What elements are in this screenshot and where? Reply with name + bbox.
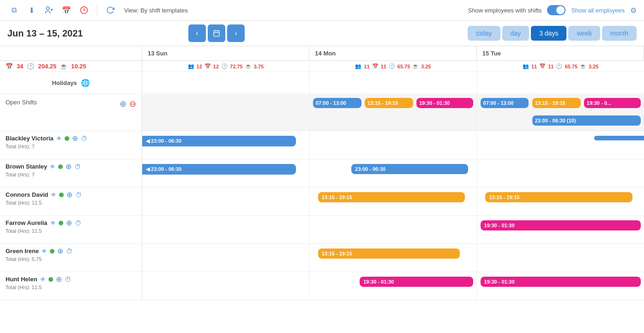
- day-stats-cells: 👥 12 📅 12 🕐 72.75 ☕ 3.75 👥 11 📅 11 🕐 65.…: [142, 61, 644, 72]
- eye-icon-connors[interactable]: 👁: [51, 192, 56, 198]
- svg-rect-4: [214, 31, 219, 36]
- add-icon-brown[interactable]: ⊕: [66, 162, 72, 171]
- download-icon[interactable]: ⬇: [25, 4, 38, 17]
- minus-circle-icon[interactable]: ⊖: [129, 99, 136, 109]
- clock-icon-blackley[interactable]: ⏱: [81, 135, 87, 142]
- coffee-stat-icon: ☕: [60, 63, 67, 70]
- clock-toolbar-icon[interactable]: [78, 4, 90, 17]
- nav-buttons: ‹ ›: [188, 24, 245, 42]
- grid-header: 13 Sun 14 Mon 15 Tue: [0, 46, 644, 61]
- holidays-day-1: [310, 72, 477, 94]
- open-shift-block-2c[interactable]: 19:30 - 0...: [584, 98, 641, 108]
- shift-farrow-2[interactable]: 19:30 - 01:30: [481, 220, 641, 230]
- shift-green-1[interactable]: 13:15 - 19:15: [318, 248, 460, 259]
- eye-icon-blackley[interactable]: 👁: [56, 135, 62, 142]
- people-icon-1: 👥: [355, 63, 361, 69]
- eye-icon-hunt[interactable]: 👁: [40, 276, 46, 283]
- emp-day-farrow-0: [142, 216, 310, 243]
- add-icon-green[interactable]: ⊕: [57, 247, 63, 255]
- shift-brown-1[interactable]: 23:00 - 06:30: [351, 164, 468, 174]
- open-shift-block-1a[interactable]: 07:00 - 13:00: [313, 98, 361, 108]
- svg-point-0: [46, 7, 49, 10]
- eye-icon-green[interactable]: 👁: [42, 248, 47, 254]
- holidays-day-2: [477, 72, 644, 94]
- settings-icon[interactable]: ⚙: [630, 6, 637, 15]
- calendar-picker-button[interactable]: [208, 24, 225, 42]
- day-stat-1: 👥 11 📅 11 🕐 65.75 ☕ 3.25: [310, 61, 477, 72]
- add-icon-farrow[interactable]: ⊕: [66, 218, 72, 227]
- view-month-button[interactable]: month: [602, 26, 637, 41]
- emp-row-brown: Brown Stanley 👁 ⊕ ⏱ Total (Hrs): 7 ◀ 23:…: [0, 159, 644, 188]
- clock-icon-connors[interactable]: ⏱: [75, 191, 82, 199]
- view-label: View: By shift templates: [124, 7, 188, 14]
- shifts-count: 34: [17, 63, 23, 70]
- refresh-icon[interactable]: [104, 4, 117, 17]
- emp-days-green: 13:15 - 19:15: [142, 244, 644, 272]
- emp-days-hunt: 19:30 - 01:30 19:30 - 01:30: [142, 272, 644, 300]
- add-icon-connors[interactable]: ⊕: [66, 190, 72, 199]
- emp-day-blackley-1: [310, 131, 477, 159]
- shift-hunt-2[interactable]: 19:30 - 01:30: [481, 277, 641, 287]
- open-shift-block-2b[interactable]: 13:15 - 19:15: [532, 98, 581, 108]
- emp-day-blackley-0: ◀ 23:00 - 06:30: [142, 131, 310, 159]
- clock-icon-hunt[interactable]: ⏱: [65, 276, 71, 283]
- emp-day-connors-2: 13:15 - 19:15: [477, 188, 644, 215]
- view-buttons: today day 3 days week month: [468, 26, 637, 41]
- stats-header-row: 📅 34 🕐 204.25 ☕ 10.25 👥 12 📅 12 🕐 72.75 …: [0, 61, 644, 72]
- view-day-button[interactable]: day: [502, 26, 530, 41]
- emp-total-brown: Total (Hrs): 7: [6, 172, 136, 177]
- shift-connors-1[interactable]: 13:15 - 19:15: [318, 192, 465, 202]
- toolbar-right: Show employees with shifts Show all empl…: [468, 5, 637, 15]
- person-add-icon[interactable]: [42, 4, 55, 17]
- clock-icon-green[interactable]: ⏱: [66, 248, 72, 255]
- open-shift-block-2a[interactable]: 07:00 - 13:00: [481, 98, 529, 108]
- people-icon-2: 👥: [523, 63, 529, 69]
- eye-icon-brown[interactable]: 👁: [50, 163, 55, 170]
- emp-total-connors: Total (Hrs): 11.5: [6, 200, 136, 206]
- cal-count-2: 11: [548, 64, 554, 69]
- status-dot-farrow: [59, 221, 63, 225]
- shift-blackley-2[interactable]: [594, 136, 644, 140]
- emp-day-hunt-1: 19:30 - 01:30: [310, 272, 477, 300]
- calendar-icon[interactable]: 📅: [60, 4, 73, 17]
- next-button[interactable]: ›: [227, 24, 245, 42]
- clock-icon-brown[interactable]: ⏱: [74, 163, 81, 170]
- shift-hunt-1[interactable]: 19:30 - 01:30: [360, 277, 473, 287]
- cal-icon-1: 📅: [372, 63, 379, 69]
- emp-label-farrow: Farrow Aurelia 👁 ⊕ ⏱ Total (Hrs): 11.5: [0, 216, 142, 243]
- show-employees-toggle[interactable]: [547, 5, 566, 15]
- view-today-button[interactable]: today: [468, 26, 500, 41]
- coffee-count-2: 3.25: [589, 64, 598, 69]
- cal-count-1: 11: [381, 64, 386, 69]
- eye-icon-farrow[interactable]: 👁: [50, 220, 56, 226]
- emp-day-farrow-2: 19:30 - 01:30: [477, 216, 644, 243]
- emp-name-green: Green Irene: [6, 248, 39, 254]
- shift-blackley-0[interactable]: ◀ 23:00 - 06:30: [142, 136, 296, 146]
- emp-label-hunt: Hunt Helen 👁 ⊕ ⏱ Total (Hrs): 11.5: [0, 272, 142, 300]
- emp-day-green-2: [477, 244, 644, 272]
- open-shifts-row: Open Shifts ⊕ ⊖ 07:00 - 13:00 13:15 - 19…: [0, 94, 644, 131]
- copy-icon[interactable]: ⧉: [7, 4, 20, 17]
- open-shift-block-2d[interactable]: 23:00 - 06:30 (10): [532, 115, 641, 126]
- view-week-button[interactable]: week: [568, 26, 600, 41]
- add-icon-hunt[interactable]: ⊕: [56, 275, 62, 284]
- holidays-label: Holidays 🌐: [0, 72, 142, 94]
- open-shifts-day-1: 07:00 - 13:00 13:15 - 19:15 19:30 - 01:3…: [310, 94, 477, 131]
- row-label-header: [0, 46, 142, 61]
- view-3days-button[interactable]: 3 days: [531, 26, 566, 41]
- open-shift-block-1b[interactable]: 13:15 - 19:15: [365, 98, 413, 108]
- show-all-employees-link[interactable]: Show all employees: [571, 7, 625, 14]
- open-shift-block-1c[interactable]: 19:30 - 01:30: [416, 98, 473, 108]
- cal-icon-0: 📅: [205, 63, 211, 69]
- clock-icon-farrow[interactable]: ⏱: [75, 219, 81, 227]
- open-shifts-day-0: [142, 94, 310, 131]
- plus-circle-icon[interactable]: ⊕: [120, 99, 126, 109]
- open-shifts-day-2: 07:00 - 13:00 13:15 - 19:15 19:30 - 0...…: [477, 94, 644, 131]
- people-count-2: 11: [531, 64, 537, 69]
- shift-connors-2[interactable]: 13:15 - 19:15: [485, 192, 632, 202]
- toolbar: ⧉ ⬇ 📅 View: By shift templates Show empl…: [0, 0, 644, 21]
- stats-label-cell: 📅 34 🕐 204.25 ☕ 10.25: [0, 61, 142, 72]
- shift-brown-0[interactable]: ◀ 23:00 - 06:30: [142, 164, 296, 175]
- add-icon-blackley[interactable]: ⊕: [72, 134, 78, 143]
- prev-button[interactable]: ‹: [188, 24, 206, 42]
